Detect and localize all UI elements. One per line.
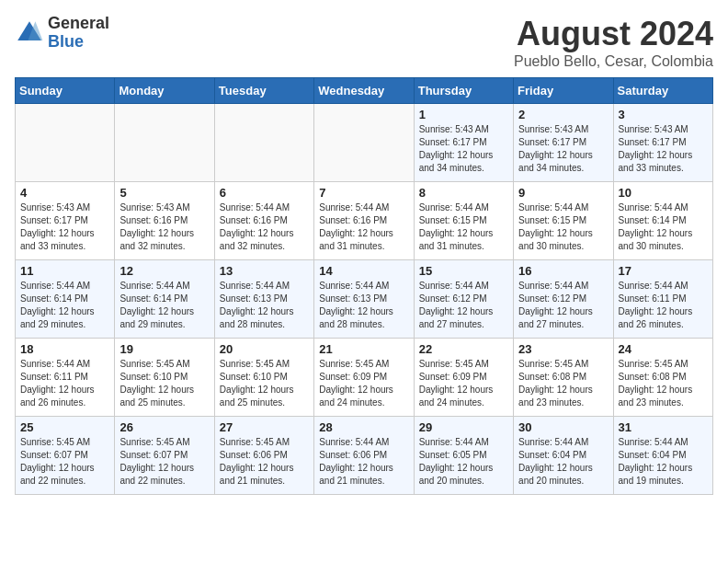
day-number: 6 <box>220 186 309 200</box>
header-tuesday: Tuesday <box>214 78 313 104</box>
day-info: Sunrise: 5:43 AM Sunset: 6:16 PM Dayligh… <box>119 201 209 253</box>
day-info: Sunrise: 5:45 AM Sunset: 6:10 PM Dayligh… <box>119 358 209 409</box>
cell-0-4: 1Sunrise: 5:43 AM Sunset: 6:17 PM Daylig… <box>414 104 513 182</box>
day-number: 7 <box>319 186 408 200</box>
title-area: August 2024 Pueblo Bello, Cesar, Colombi… <box>514 15 713 70</box>
day-info: Sunrise: 5:44 AM Sunset: 6:15 PM Dayligh… <box>419 201 508 253</box>
day-info: Sunrise: 5:44 AM Sunset: 6:12 PM Dayligh… <box>518 280 608 331</box>
cell-2-0: 11Sunrise: 5:44 AM Sunset: 6:14 PM Dayli… <box>16 260 115 339</box>
day-number: 22 <box>419 342 508 356</box>
day-info: Sunrise: 5:43 AM Sunset: 6:17 PM Dayligh… <box>20 201 109 253</box>
day-number: 5 <box>119 186 209 200</box>
cell-0-1 <box>115 104 214 182</box>
cell-2-3: 14Sunrise: 5:44 AM Sunset: 6:13 PM Dayli… <box>314 260 414 339</box>
day-number: 23 <box>518 342 608 356</box>
cell-3-4: 22Sunrise: 5:45 AM Sunset: 6:09 PM Dayli… <box>414 339 513 417</box>
week-row-4: 18Sunrise: 5:44 AM Sunset: 6:11 PM Dayli… <box>16 339 713 417</box>
day-info: Sunrise: 5:45 AM Sunset: 6:10 PM Dayligh… <box>220 358 309 409</box>
day-number: 27 <box>220 420 309 434</box>
day-number: 31 <box>619 420 708 434</box>
header: General Blue August 2024 Pueblo Bello, C… <box>15 15 713 70</box>
main-title: August 2024 <box>514 15 713 53</box>
day-number: 11 <box>20 264 109 278</box>
header-thursday: Thursday <box>414 78 513 104</box>
day-number: 1 <box>419 108 508 121</box>
day-number: 10 <box>619 186 708 200</box>
day-number: 13 <box>220 264 309 278</box>
day-number: 15 <box>419 264 508 278</box>
logo: General Blue <box>15 15 109 52</box>
week-row-1: 1Sunrise: 5:43 AM Sunset: 6:17 PM Daylig… <box>16 104 713 182</box>
day-number: 3 <box>619 108 708 121</box>
header-saturday: Saturday <box>613 78 712 104</box>
cell-2-2: 13Sunrise: 5:44 AM Sunset: 6:13 PM Dayli… <box>214 260 313 339</box>
day-number: 21 <box>319 342 408 356</box>
day-info: Sunrise: 5:45 AM Sunset: 6:07 PM Dayligh… <box>119 436 209 488</box>
cell-2-5: 16Sunrise: 5:44 AM Sunset: 6:12 PM Dayli… <box>514 260 613 339</box>
cell-0-2 <box>214 104 313 182</box>
cell-1-2: 6Sunrise: 5:44 AM Sunset: 6:16 PM Daylig… <box>214 182 313 260</box>
day-info: Sunrise: 5:45 AM Sunset: 6:07 PM Dayligh… <box>20 436 109 488</box>
day-info: Sunrise: 5:45 AM Sunset: 6:09 PM Dayligh… <box>419 358 508 409</box>
cell-4-0: 25Sunrise: 5:45 AM Sunset: 6:07 PM Dayli… <box>16 417 115 495</box>
header-sunday: Sunday <box>16 78 115 104</box>
day-info: Sunrise: 5:44 AM Sunset: 6:14 PM Dayligh… <box>20 280 109 331</box>
header-wednesday: Wednesday <box>314 78 414 104</box>
day-number: 9 <box>518 186 608 200</box>
day-info: Sunrise: 5:45 AM Sunset: 6:09 PM Dayligh… <box>319 358 408 409</box>
cell-1-1: 5Sunrise: 5:43 AM Sunset: 6:16 PM Daylig… <box>115 182 214 260</box>
day-info: Sunrise: 5:44 AM Sunset: 6:05 PM Dayligh… <box>419 436 508 488</box>
day-number: 29 <box>419 420 508 434</box>
day-info: Sunrise: 5:44 AM Sunset: 6:14 PM Dayligh… <box>619 201 708 253</box>
day-info: Sunrise: 5:44 AM Sunset: 6:16 PM Dayligh… <box>220 201 309 253</box>
day-number: 25 <box>20 420 109 434</box>
day-number: 30 <box>518 420 608 434</box>
cell-0-5: 2Sunrise: 5:43 AM Sunset: 6:17 PM Daylig… <box>514 104 613 182</box>
cell-3-1: 19Sunrise: 5:45 AM Sunset: 6:10 PM Dayli… <box>115 339 214 417</box>
day-number: 8 <box>419 186 508 200</box>
cell-1-3: 7Sunrise: 5:44 AM Sunset: 6:16 PM Daylig… <box>314 182 414 260</box>
header-row: SundayMondayTuesdayWednesdayThursdayFrid… <box>16 78 713 104</box>
subtitle: Pueblo Bello, Cesar, Colombia <box>514 53 713 70</box>
cell-3-3: 21Sunrise: 5:45 AM Sunset: 6:09 PM Dayli… <box>314 339 414 417</box>
header-monday: Monday <box>115 78 214 104</box>
day-info: Sunrise: 5:45 AM Sunset: 6:08 PM Dayligh… <box>619 358 708 409</box>
day-number: 20 <box>220 342 309 356</box>
day-number: 17 <box>619 264 708 278</box>
cell-3-2: 20Sunrise: 5:45 AM Sunset: 6:10 PM Dayli… <box>214 339 313 417</box>
day-number: 14 <box>319 264 408 278</box>
header-friday: Friday <box>514 78 613 104</box>
cell-3-5: 23Sunrise: 5:45 AM Sunset: 6:08 PM Dayli… <box>514 339 613 417</box>
cell-1-0: 4Sunrise: 5:43 AM Sunset: 6:17 PM Daylig… <box>16 182 115 260</box>
day-info: Sunrise: 5:44 AM Sunset: 6:12 PM Dayligh… <box>419 280 508 331</box>
day-info: Sunrise: 5:44 AM Sunset: 6:04 PM Dayligh… <box>619 436 708 488</box>
day-number: 2 <box>518 108 608 121</box>
day-info: Sunrise: 5:43 AM Sunset: 6:17 PM Dayligh… <box>518 123 608 175</box>
day-number: 26 <box>119 420 209 434</box>
cell-0-3 <box>314 104 414 182</box>
cell-2-6: 17Sunrise: 5:44 AM Sunset: 6:11 PM Dayli… <box>613 260 712 339</box>
day-number: 16 <box>518 264 608 278</box>
day-number: 18 <box>20 342 109 356</box>
day-info: Sunrise: 5:44 AM Sunset: 6:14 PM Dayligh… <box>119 280 209 331</box>
cell-4-6: 31Sunrise: 5:44 AM Sunset: 6:04 PM Dayli… <box>613 417 712 495</box>
cell-1-4: 8Sunrise: 5:44 AM Sunset: 6:15 PM Daylig… <box>414 182 513 260</box>
logo-icon <box>15 18 44 48</box>
day-info: Sunrise: 5:44 AM Sunset: 6:11 PM Dayligh… <box>619 280 708 331</box>
day-info: Sunrise: 5:44 AM Sunset: 6:11 PM Dayligh… <box>20 358 109 409</box>
day-number: 19 <box>119 342 209 356</box>
week-row-5: 25Sunrise: 5:45 AM Sunset: 6:07 PM Dayli… <box>16 417 713 495</box>
day-info: Sunrise: 5:44 AM Sunset: 6:06 PM Dayligh… <box>319 436 408 488</box>
cell-3-0: 18Sunrise: 5:44 AM Sunset: 6:11 PM Dayli… <box>16 339 115 417</box>
logo-blue: Blue <box>48 33 109 52</box>
cell-4-2: 27Sunrise: 5:45 AM Sunset: 6:06 PM Dayli… <box>214 417 313 495</box>
day-info: Sunrise: 5:44 AM Sunset: 6:13 PM Dayligh… <box>220 280 309 331</box>
cell-1-5: 9Sunrise: 5:44 AM Sunset: 6:15 PM Daylig… <box>514 182 613 260</box>
cell-2-1: 12Sunrise: 5:44 AM Sunset: 6:14 PM Dayli… <box>115 260 214 339</box>
day-number: 12 <box>119 264 209 278</box>
day-info: Sunrise: 5:44 AM Sunset: 6:16 PM Dayligh… <box>319 201 408 253</box>
cell-0-6: 3Sunrise: 5:43 AM Sunset: 6:17 PM Daylig… <box>613 104 712 182</box>
day-info: Sunrise: 5:45 AM Sunset: 6:06 PM Dayligh… <box>220 436 309 488</box>
day-number: 24 <box>619 342 708 356</box>
logo-general: General <box>48 15 109 33</box>
